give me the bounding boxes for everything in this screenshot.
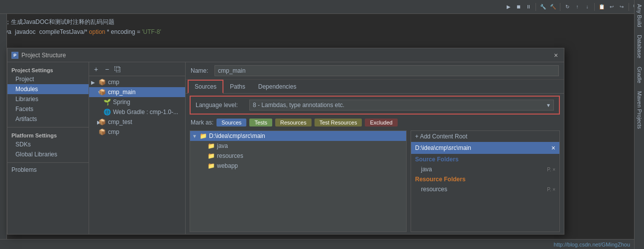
nav-item-problems[interactable]: Problems [7,165,89,175]
source-tree-item-main[interactable]: ▼ 📁 D:\idea\cmp\src\main [190,131,406,141]
bg-line2: ya javadoc compileTestJava/* option * en… [5,27,629,37]
tree-item-cmp-test[interactable]: ▶ 📦 cmp_test [89,117,185,127]
tab-dependencies[interactable]: Dependencies [252,80,303,93]
sidebar-tab-maven[interactable]: Maven Projects [635,87,644,133]
source-tree-item-webapp[interactable]: 📁 webapp [190,161,406,171]
dialog-body: Project Settings Project Modules Librari… [7,62,564,234]
dialog-title-text: Project Structure [21,52,66,59]
up-icon[interactable]: ↑ [573,3,581,11]
bottom-status-bar: http://blog.csdn.net/GMingZhou [0,239,634,249]
nav-item-libraries[interactable]: Libraries [7,94,89,104]
remove-module-button[interactable]: − [102,64,112,74]
source-tree-label: java [217,142,228,149]
tabs-row: Sources Paths Dependencies [186,80,564,94]
pause-icon[interactable]: ⏸ [525,3,533,11]
project-settings-section: Project Settings Project Modules Librari… [7,64,89,125]
right-side-panel: + Add Content Root D:\idea\cmp\src\main … [411,130,560,232]
copy-module-button[interactable]: ⿻ [113,64,123,74]
right-content-panel: Name: Sources Paths Dependencies Languag… [186,62,564,234]
module-toolbar: + − ⿻ [89,62,185,76]
language-level-row: Language level: 8 - Lambdas, type annota… [190,96,560,115]
stop-icon[interactable]: ⏹ [515,3,523,11]
tab-paths[interactable]: Paths [223,80,252,93]
tree-item-cmp[interactable]: 📦 cmp [89,127,185,137]
source-folder-java: java P. × [411,165,559,174]
undo-icon[interactable]: ↩ [608,3,616,11]
path-header-text: D:\idea\cmp\src\main [415,144,471,151]
name-label: Name: [191,67,211,74]
tree-arrow: ▼ [192,133,199,139]
tree-arrow: ▶ [91,80,98,85]
resource-folder-actions[interactable]: P. × [547,187,555,192]
tree-item-webgradle[interactable]: 🌐 Web Gradle : cmp-1.0-... [89,107,185,117]
refresh-icon[interactable]: ↻ [563,3,571,11]
mark-as-row: Mark as: Sources Tests Resources Test Re… [186,117,564,128]
hammer-icon[interactable]: 🔨 [549,3,557,11]
tab-sources[interactable]: Sources [188,80,223,94]
mark-sources-button[interactable]: Sources [216,119,246,126]
dialog-title-bar: P Project Structure × [7,48,564,62]
name-row: Name: [186,62,564,80]
dialog-close-button[interactable]: × [552,51,560,59]
tree-item-label: Web Gradle : cmp-1.0-... [113,109,178,116]
redo-icon[interactable]: ↪ [618,3,626,11]
module-icon: 📦 [98,88,106,96]
add-module-button[interactable]: + [91,64,101,74]
tree-item-label: Spring [113,99,130,106]
sidebar-tab-build[interactable]: Any Build [635,0,644,31]
folder-icon: 📁 [199,132,207,140]
mark-as-label: Mark as: [191,119,214,126]
ide-left-sidebar [0,14,7,239]
content-area: ▼ 📁 D:\idea\cmp\src\main 📁 java 📁 [186,128,564,234]
platform-settings-title: Platform Settings [7,130,89,139]
source-tree-item-resources[interactable]: 📁 resources [190,151,406,161]
platform-settings-section: Platform Settings SDKs Global Libraries [7,129,89,160]
tree-item-cmp-main[interactable]: ▼ 📦 cmp_main [89,87,185,97]
sidebar-tab-gradle[interactable]: Gradle [635,63,644,87]
tree-item-cmp-root[interactable]: ▶ 📦 cmp [89,77,185,87]
add-content-root-button[interactable]: + Add Content Root [411,131,559,142]
tree-item-spring[interactable]: 🌱 Spring [89,97,185,107]
sidebar-tab-database[interactable]: Database [635,31,644,62]
dialog-title-group: P Project Structure [11,52,66,59]
resource-folder-resources: resources P. × [411,185,559,194]
gradle-icon: 🌐 [103,108,111,116]
down-icon[interactable]: ↓ [583,3,591,11]
source-tree-item-java[interactable]: 📁 java [190,141,406,151]
nav-item-sdks[interactable]: SDKs [7,139,89,149]
nav-item-artifacts[interactable]: Artifacts [7,114,89,124]
mark-resources-button[interactable]: Resources [275,119,312,126]
build-icon[interactable]: 🔧 [539,3,547,11]
source-folder-name: java [421,166,432,173]
language-label: Language level: [196,102,245,109]
source-folder-actions[interactable]: P. × [547,167,555,172]
source-tree-label: D:\idea\cmp\src\main [209,132,265,139]
bottom-url-text: http://blog.csdn.net/GMingZhou [554,242,630,248]
nav-item-global-libraries[interactable]: Global Libraries [7,149,89,159]
clipboard-icon[interactable]: 📋 [598,3,606,11]
module-icon: 📦 [98,118,106,126]
tree-item-label: cmp [108,79,119,86]
source-folders-title: Source Folders [411,154,559,165]
left-nav-panel: Project Settings Project Modules Librari… [7,62,89,234]
path-close-button[interactable]: × [551,144,555,152]
run-icon[interactable]: ▶ [505,3,513,11]
mark-test-resources-button[interactable]: Test Resources [315,119,362,126]
java-folder-icon: 📁 [207,142,215,150]
mark-tests-button[interactable]: Tests [249,119,272,126]
module-icon: 📦 [98,128,106,136]
nav-item-project[interactable]: Project [7,74,89,84]
source-tree: ▼ 📁 D:\idea\cmp\src\main 📁 java 📁 [190,130,407,232]
module-tree: ▶ 📦 cmp ▼ 📦 cmp_main 🌱 Spring [89,76,185,234]
project-structure-dialog: P Project Structure × Project Settings P… [7,48,564,235]
nav-item-modules[interactable]: Modules [7,84,89,94]
mark-excluded-button[interactable]: Excluded [365,119,397,126]
nav-item-facets[interactable]: Facets [7,104,89,114]
tree-item-label: cmp [108,128,119,135]
dialog-title-icon: P [11,52,18,59]
name-input[interactable] [215,65,559,76]
language-select[interactable]: 8 - Lambdas, type annotations etc. [249,100,554,111]
tree-arrow: ▼ [91,90,98,95]
module-icon: 📦 [98,78,106,86]
language-select-wrapper: 8 - Lambdas, type annotations etc. ▼ [249,100,554,111]
